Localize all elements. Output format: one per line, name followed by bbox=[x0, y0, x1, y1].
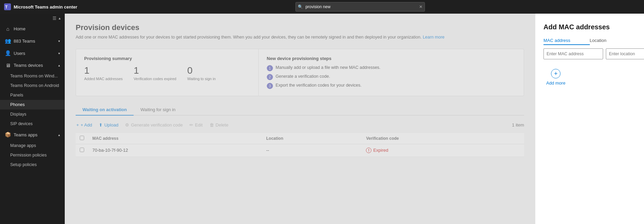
add-icon: + bbox=[76, 122, 79, 128]
location-input[interactable] bbox=[606, 48, 644, 59]
add-more-button[interactable]: + Add more bbox=[543, 66, 568, 88]
location-value: -- bbox=[266, 148, 269, 153]
sidebar-item-teams-rooms-windows[interactable]: Teams Rooms on Wind... bbox=[0, 71, 65, 81]
panel-col-headers: MAC address Location bbox=[543, 38, 636, 45]
step-2-text: Generate a verification code. bbox=[276, 74, 330, 79]
panel-col-location[interactable]: Location bbox=[590, 38, 636, 45]
sidebar-item-displays[interactable]: Displays bbox=[0, 109, 65, 119]
stat-added-mac: 1 Added MAC addresses bbox=[84, 65, 123, 81]
edit-label: Edit bbox=[195, 122, 202, 128]
toolbar: + + Add ⬆ Upload ⚙ Generate verification… bbox=[76, 121, 524, 129]
teams-chevron-icon: ▾ bbox=[58, 39, 60, 43]
select-all-checkbox[interactable] bbox=[80, 136, 84, 140]
table-header-row: MAC address Location Verification code bbox=[76, 133, 524, 144]
sidebar-item-home[interactable]: ⌂ Home bbox=[0, 23, 65, 35]
row-checkbox[interactable] bbox=[80, 148, 84, 152]
devices-icon: 🖥 bbox=[5, 62, 11, 68]
app-title: Microsoft Teams admin center bbox=[14, 4, 77, 10]
sidebar-item-sip-devices[interactable]: SIP devices bbox=[0, 119, 65, 129]
data-table: MAC address Location Verification code 7… bbox=[76, 133, 524, 157]
step-2-num: 2 bbox=[267, 74, 273, 80]
sidebar-item-users-label: Users bbox=[14, 51, 25, 56]
teams-rooms-android-label: Teams Rooms on Android bbox=[10, 83, 59, 88]
sip-devices-label: SIP devices bbox=[10, 121, 33, 126]
stat-waiting-signin: 0 Waiting to sign in bbox=[187, 65, 215, 81]
teams-rooms-windows-label: Teams Rooms on Wind... bbox=[10, 74, 58, 78]
sidebar-item-permission-policies[interactable]: Permission policies bbox=[0, 150, 65, 160]
summary-stats: 1 Added MAC addresses 1 Verification cod… bbox=[84, 65, 250, 81]
step-3-text: Export the verification codes for your d… bbox=[276, 83, 362, 88]
mac-address-input[interactable] bbox=[543, 48, 603, 59]
row-verification-cell: ! Expired bbox=[362, 144, 524, 156]
users-chevron-icon: ▾ bbox=[58, 51, 60, 55]
delete-button[interactable]: 🗑 Delete bbox=[209, 121, 229, 129]
sidebar-item-home-label: Home bbox=[14, 26, 26, 31]
sidebar-collapse-btn[interactable]: ☰ ▲ bbox=[0, 14, 65, 23]
right-panel: Add MAC addresses MAC address Location +… bbox=[535, 14, 644, 224]
sidebar-item-teams-devices[interactable]: 🖥 Teams devices ▴ bbox=[0, 59, 65, 71]
sidebar-item-teams-apps[interactable]: 📦 Teams apps ▴ bbox=[0, 129, 65, 141]
delete-label: Delete bbox=[216, 122, 229, 128]
search-bar[interactable]: 🔍 ✕ bbox=[295, 2, 425, 12]
upload-button[interactable]: ⬆ Upload bbox=[98, 121, 119, 129]
row-mac-cell: 70-ba-10-7f-90-12 bbox=[88, 144, 262, 156]
provisioning-summary-card: Provisioning summary 1 Added MAC address… bbox=[76, 49, 259, 96]
panel-col-mac[interactable]: MAC address bbox=[543, 38, 590, 45]
displays-label: Displays bbox=[10, 112, 26, 117]
devices-chevron-icon: ▴ bbox=[58, 63, 60, 67]
provisioning-summary-title: Provisioning summary bbox=[84, 56, 250, 61]
edit-button[interactable]: ✏ Edit bbox=[189, 121, 203, 129]
topbar: T Microsoft Teams admin center 🔍 ✕ bbox=[0, 0, 644, 14]
stat-waiting-signin-num: 0 bbox=[187, 65, 215, 76]
sidebar-item-users[interactable]: 👤 Users ▾ bbox=[0, 47, 65, 59]
upload-icon: ⬆ bbox=[99, 122, 103, 128]
stat-verification-expired: 1 Verification codes expired bbox=[134, 65, 176, 81]
expired-badge: ! Expired bbox=[366, 148, 520, 153]
upload-label: Upload bbox=[104, 122, 118, 128]
chevron-up-icon: ▲ bbox=[58, 16, 61, 20]
sidebar-item-panels[interactable]: Panels bbox=[0, 90, 65, 100]
sidebar-item-manage-apps[interactable]: Manage apps bbox=[0, 141, 65, 150]
step-3-num: 3 bbox=[267, 83, 273, 89]
generate-label: Generate verification code bbox=[131, 122, 183, 128]
search-input[interactable] bbox=[295, 2, 425, 12]
row-location-cell: -- bbox=[262, 144, 362, 156]
add-button[interactable]: + + Add bbox=[76, 121, 93, 129]
row-checkbox-cell bbox=[76, 144, 88, 156]
add-label: + Add bbox=[81, 122, 92, 128]
sidebar-item-setup-policies[interactable]: Setup policies bbox=[0, 160, 65, 169]
step-1-text: Manually add or upload a file with new M… bbox=[276, 65, 381, 70]
step-2: 2 Generate a verification code. bbox=[267, 74, 516, 80]
learn-more-link[interactable]: Learn more bbox=[423, 35, 445, 40]
delete-icon: 🗑 bbox=[210, 122, 214, 128]
manage-apps-label: Manage apps bbox=[10, 143, 36, 148]
th-mac: MAC address bbox=[88, 133, 262, 144]
sidebar-item-teams-label: 883 Teams bbox=[14, 39, 35, 44]
panel-title: Add MAC addresses bbox=[543, 23, 636, 31]
generate-button[interactable]: ⚙ Generate verification code bbox=[124, 121, 183, 129]
add-more-plus-icon: + bbox=[551, 69, 561, 78]
step-1: 1 Manually add or upload a file with new… bbox=[267, 65, 516, 71]
tab-waiting-signin[interactable]: Waiting for sign in bbox=[134, 104, 182, 116]
step-3: 3 Export the verification codes for your… bbox=[267, 83, 516, 89]
sidebar-item-teams-rooms-android[interactable]: Teams Rooms on Android bbox=[0, 81, 65, 90]
mac-address-value: 70-ba-10-7f-90-12 bbox=[92, 148, 128, 153]
stat-added-mac-label: Added MAC addresses bbox=[84, 77, 123, 81]
page-title: Provision devices bbox=[76, 23, 524, 32]
tabs-row: Waiting on activation Waiting for sign i… bbox=[76, 104, 524, 116]
page-description: Add one or more MAC addresses for your d… bbox=[76, 34, 524, 41]
app-logo: T Microsoft Teams admin center bbox=[4, 3, 77, 10]
content-area: Provision devices Add one or more MAC ad… bbox=[65, 14, 535, 224]
users-icon: 👤 bbox=[5, 50, 11, 56]
tab-waiting-activation[interactable]: Waiting on activation bbox=[76, 104, 134, 116]
content-overlay bbox=[65, 14, 535, 224]
sidebar-item-phones[interactable]: Phones bbox=[0, 100, 65, 109]
steps-list: 1 Manually add or upload a file with new… bbox=[267, 65, 516, 89]
clear-search-icon[interactable]: ✕ bbox=[419, 4, 423, 9]
phones-label: Phones bbox=[10, 102, 25, 107]
svg-text:T: T bbox=[5, 5, 8, 10]
sidebar-item-teams[interactable]: 👥 883 Teams ▾ bbox=[0, 35, 65, 47]
item-count: 1 item bbox=[512, 122, 524, 128]
steps-card: New device provisioning steps 1 Manually… bbox=[259, 49, 524, 96]
th-location: Location bbox=[262, 133, 362, 144]
